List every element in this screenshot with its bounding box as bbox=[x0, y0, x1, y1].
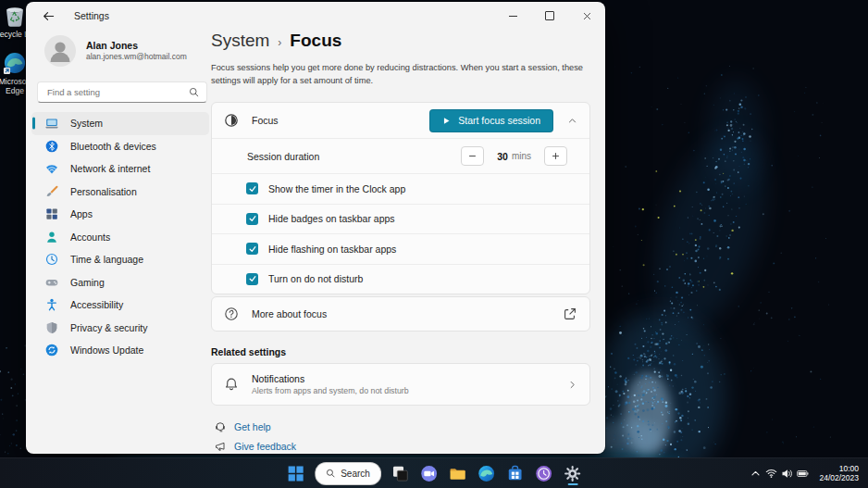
sidebar-item-apps[interactable]: Apps bbox=[31, 203, 209, 226]
accounts-icon bbox=[45, 231, 58, 244]
taskbar-settings-button[interactable] bbox=[560, 460, 586, 486]
close-button[interactable] bbox=[568, 2, 605, 30]
gaming-icon bbox=[45, 276, 58, 289]
taskbar-file-explorer-button[interactable] bbox=[445, 460, 471, 486]
focus-option-hide-flashing-on-taskbar-apps[interactable]: Hide flashing on taskbar apps bbox=[212, 234, 589, 265]
settings-search-box[interactable] bbox=[37, 81, 207, 103]
volume-button[interactable] bbox=[779, 460, 795, 486]
wifi-icon bbox=[765, 468, 777, 480]
user-profile[interactable]: Alan Jones alan.jones.wm@hotmail.com bbox=[44, 35, 187, 67]
sidebar-item-accounts[interactable]: Accounts bbox=[31, 226, 209, 249]
duration-value: 30 bbox=[497, 151, 508, 162]
more-about-focus-row[interactable]: More about focus bbox=[212, 297, 589, 331]
focus-header-row[interactable]: Focus Start focus session bbox=[212, 103, 589, 139]
sidebar-item-bluetooth-devices[interactable]: Bluetooth & devices bbox=[31, 135, 209, 158]
maximize-button[interactable] bbox=[531, 2, 568, 30]
breadcrumb-system[interactable]: System bbox=[211, 31, 269, 51]
more-about-card: More about focus bbox=[211, 296, 590, 332]
bell-icon bbox=[224, 377, 239, 392]
tray-date: 24/02/2023 bbox=[819, 473, 859, 483]
duration-decrease-button[interactable] bbox=[461, 146, 484, 166]
checkbox-checked[interactable] bbox=[246, 182, 258, 194]
notifications-title: Notifications bbox=[252, 373, 409, 385]
external-link-icon bbox=[563, 307, 577, 321]
titlebar: Settings bbox=[26, 2, 605, 30]
start-focus-session-button[interactable]: Start focus session bbox=[429, 109, 553, 132]
taskbar-task-view-button[interactable] bbox=[388, 460, 414, 486]
sidebar-item-windows-update[interactable]: Windows Update bbox=[31, 339, 209, 362]
desktop: Recycle Bin Microsoft Edge Settings bbox=[0, 0, 868, 488]
edge-taskbar-icon bbox=[477, 464, 496, 483]
page-description: Focus sessions help you get more done by… bbox=[211, 61, 598, 87]
taskbar-store-button[interactable] bbox=[502, 460, 528, 486]
wifi-button[interactable] bbox=[763, 460, 779, 486]
checkbox-checked[interactable] bbox=[246, 273, 258, 285]
minus-icon bbox=[467, 151, 477, 161]
chevron-up-icon[interactable] bbox=[567, 116, 577, 126]
sidebar-item-personalisation[interactable]: Personalisation bbox=[31, 181, 209, 204]
user-name: Alan Jones bbox=[86, 40, 187, 52]
sidebar-item-system[interactable]: System bbox=[31, 112, 209, 135]
duration-unit: mins bbox=[512, 151, 531, 161]
session-duration-label: Session duration bbox=[247, 151, 319, 162]
give-feedback-link[interactable]: Give feedback bbox=[215, 438, 296, 454]
settings-search-input[interactable] bbox=[45, 86, 189, 98]
start-button[interactable] bbox=[282, 460, 308, 486]
page-title: Focus bbox=[290, 31, 341, 51]
get-help-link[interactable]: Get help bbox=[215, 419, 296, 434]
focus-option-show-the-timer-in-the-clock-app[interactable]: Show the timer in the Clock app bbox=[212, 174, 589, 205]
give-feedback-icon bbox=[215, 441, 226, 452]
network-icon bbox=[45, 162, 58, 175]
taskbar: Search bbox=[0, 457, 868, 488]
taskbar-search[interactable]: Search bbox=[315, 462, 381, 485]
focus-option-turn-on-do-not-disturb[interactable]: Turn on do not disturb bbox=[212, 265, 589, 294]
sidebar-item-time-language[interactable]: Time & language bbox=[31, 248, 209, 271]
taskbar-clock-app-button[interactable] bbox=[531, 460, 557, 486]
user-email: alan.jones.wm@hotmail.com bbox=[86, 52, 187, 62]
back-button[interactable] bbox=[33, 4, 63, 28]
accessibility-icon bbox=[45, 298, 58, 311]
hidden-icons-button[interactable] bbox=[748, 460, 763, 486]
edge-desktop-icon bbox=[3, 51, 27, 75]
battery-icon bbox=[797, 468, 809, 480]
more-about-label: More about focus bbox=[252, 308, 327, 319]
checkbox-checked[interactable] bbox=[246, 243, 258, 255]
taskbar-teams-chat-button[interactable] bbox=[416, 460, 442, 486]
focus-options: Show the timer in the Clock app Hide bad… bbox=[212, 174, 589, 294]
tray-time: 10:00 bbox=[819, 464, 859, 474]
teams-chat-icon bbox=[419, 464, 439, 483]
search-icon bbox=[326, 469, 335, 478]
duration-increase-button[interactable] bbox=[544, 146, 567, 166]
minimize-button[interactable] bbox=[494, 2, 531, 30]
checkbox-checked[interactable] bbox=[246, 213, 258, 225]
taskbar-edge-button[interactable] bbox=[474, 460, 500, 486]
bluetooth-icon bbox=[45, 140, 58, 153]
system-icon bbox=[45, 117, 58, 130]
sidebar-item-accessibility[interactable]: Accessibility bbox=[31, 294, 209, 317]
sidebar-item-network-internet[interactable]: Network & internet bbox=[31, 157, 209, 181]
battery-button[interactable] bbox=[795, 460, 811, 486]
system-tray: 10:00 24/02/2023 bbox=[748, 458, 863, 488]
sidebar-item-privacy-security[interactable]: Privacy & security bbox=[31, 317, 209, 340]
session-duration-row: Session duration 30 mins bbox=[212, 139, 589, 174]
time-language-icon bbox=[45, 253, 58, 266]
notifications-row[interactable]: Notifications Alerts from apps and syste… bbox=[212, 364, 589, 405]
taskbar-apps bbox=[388, 460, 586, 486]
related-settings-heading: Related settings bbox=[211, 346, 286, 357]
back-arrow-icon bbox=[43, 10, 55, 22]
clock-date[interactable]: 10:00 24/02/2023 bbox=[819, 464, 859, 483]
settings-window: Settings Alan Jones alan.jones.wm@hotmai… bbox=[26, 2, 605, 454]
notifications-card: Notifications Alerts from apps and syste… bbox=[211, 363, 590, 406]
help-links: Get help Give feedback bbox=[215, 419, 296, 454]
play-icon bbox=[442, 117, 451, 125]
chevron-up-icon bbox=[750, 468, 762, 480]
sidebar-nav: System Bluetooth & devices Network & int… bbox=[31, 112, 209, 362]
clock-app-icon bbox=[534, 464, 553, 483]
selected-indicator bbox=[32, 118, 35, 130]
focus-option-hide-badges-on-taskbar-apps[interactable]: Hide badges on taskbar apps bbox=[212, 205, 589, 235]
close-icon bbox=[582, 11, 592, 21]
notifications-subtitle: Alerts from apps and system, do not dist… bbox=[252, 386, 409, 396]
breadcrumb-separator: › bbox=[278, 36, 281, 49]
sidebar-item-gaming[interactable]: Gaming bbox=[31, 271, 209, 294]
taskbar-center: Search bbox=[282, 458, 586, 488]
